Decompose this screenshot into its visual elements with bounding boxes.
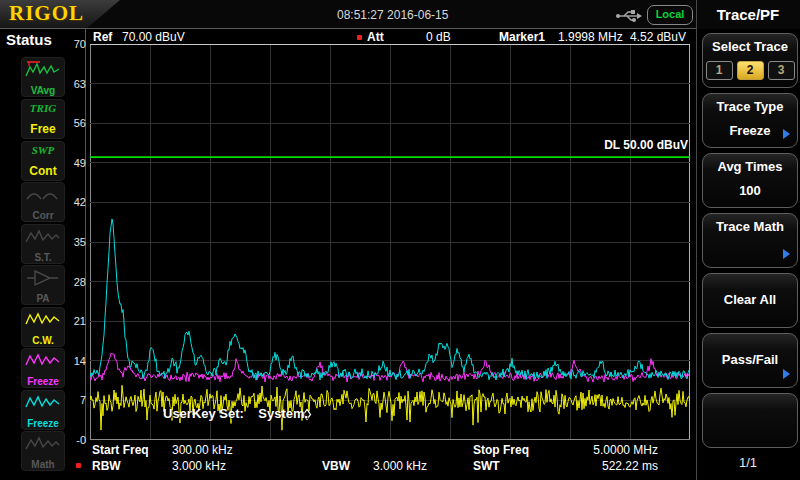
menu-button-label: Clear All bbox=[703, 274, 797, 325]
start-freq-label: Start Freq bbox=[92, 443, 149, 457]
status-item-label: C.W. bbox=[22, 335, 64, 346]
menu-button-label: Select Trace bbox=[703, 39, 797, 54]
menu-button-label: Avg Times bbox=[703, 159, 797, 174]
sweep-time-icon bbox=[24, 227, 62, 249]
rbw-label: RBW bbox=[92, 459, 121, 473]
y-tick-label: 28 bbox=[58, 276, 86, 288]
rbw-active-dot bbox=[76, 463, 81, 468]
menu-button-blank[interactable] bbox=[702, 393, 798, 448]
status-item-label: Corr bbox=[22, 210, 64, 221]
start-freq-value: 300.00 kHz bbox=[172, 443, 233, 457]
trace-select-1[interactable]: 1 bbox=[706, 61, 733, 80]
y-tick-label: 70 bbox=[58, 38, 86, 50]
status-item-label: Freeze bbox=[22, 418, 64, 429]
marker-freq: 1.9998 MHz bbox=[558, 30, 623, 44]
brand-logo: RIGOL bbox=[9, 1, 84, 26]
status-item-label: S.T. bbox=[22, 252, 64, 263]
menu-button-avg-times[interactable]: Avg Times100 bbox=[702, 153, 798, 208]
status-mode-label: TRIG bbox=[22, 102, 64, 114]
menu-button-label: Trace Math bbox=[703, 219, 797, 234]
submenu-arrow-icon bbox=[783, 129, 790, 139]
menu-button-trace-type[interactable]: Trace TypeFreeze bbox=[702, 93, 798, 148]
display-line-label: DL 50.00 dBuV bbox=[560, 138, 688, 152]
y-tick-label: -0 bbox=[58, 434, 86, 446]
y-tick-label: 7 bbox=[58, 394, 86, 406]
top-bar: RIGOL 08:51:27 2016-06-15 Local bbox=[0, 0, 800, 29]
math-waveform-icon bbox=[24, 434, 62, 456]
freeze-waveform-icon bbox=[24, 351, 62, 373]
menu-button-label: Trace Type bbox=[703, 99, 797, 114]
menu-button-select-trace[interactable]: Select Trace123 bbox=[702, 33, 798, 88]
freeze-waveform-icon bbox=[24, 393, 62, 415]
menu-title: Trace/PF bbox=[698, 6, 798, 23]
status-item-label: Math bbox=[22, 459, 64, 470]
marker-ampl: 4.52 dBuV bbox=[630, 30, 686, 44]
swt-label: SWT bbox=[473, 459, 500, 473]
trace-selector: 123 bbox=[703, 61, 797, 80]
menu-button-trace-math[interactable]: Trace Math bbox=[702, 213, 798, 268]
divider-menu bbox=[696, 0, 697, 480]
stop-freq-value: 5.0000 MHz bbox=[563, 443, 658, 457]
menu-page-indicator: 1/1 bbox=[698, 455, 798, 470]
vbw-label: VBW bbox=[322, 459, 350, 473]
divider-top bbox=[0, 28, 697, 29]
menu-button-pass-fail[interactable]: Pass/Fail bbox=[702, 333, 798, 388]
trace-select-3[interactable]: 3 bbox=[768, 61, 795, 80]
clock: 08:51:27 2016-06-15 bbox=[337, 8, 448, 22]
status-item-label: PA bbox=[22, 293, 64, 304]
status-panel-title: Status bbox=[6, 31, 52, 48]
y-tick-label: 21 bbox=[58, 315, 86, 327]
submenu-arrow-icon bbox=[783, 369, 790, 379]
rbw-value: 3.000 kHz bbox=[172, 459, 226, 473]
stop-freq-label: Stop Freq bbox=[473, 443, 529, 457]
analyzer-screen: RIGOL 08:51:27 2016-06-15 Local Status V… bbox=[0, 0, 800, 480]
att-label: Att bbox=[367, 30, 384, 44]
y-tick-label: 14 bbox=[58, 355, 86, 367]
status-item-label: Freeze bbox=[22, 376, 64, 387]
y-tick-label: 56 bbox=[58, 117, 86, 129]
y-tick-label: 49 bbox=[58, 157, 86, 169]
marker-label: Marker1 bbox=[499, 30, 545, 44]
menu-button-clear-all[interactable]: Clear All bbox=[702, 273, 798, 328]
ref-value: 70.00 dBuV bbox=[122, 30, 185, 44]
popup-message: UserKey Set: System. bbox=[163, 406, 308, 421]
swt-value: 522.22 ms bbox=[563, 459, 658, 473]
usb-icon bbox=[615, 9, 642, 23]
att-value: 0 dB bbox=[426, 30, 451, 44]
local-badge: Local bbox=[647, 5, 693, 25]
status-mode-label: SWP bbox=[22, 144, 64, 156]
vbw-value: 3.000 kHz bbox=[355, 459, 427, 473]
correction-icon bbox=[24, 185, 62, 207]
spectrum-chart bbox=[90, 44, 690, 440]
y-tick-label: 35 bbox=[58, 236, 86, 248]
y-tick-label: 42 bbox=[58, 196, 86, 208]
preamp-icon bbox=[24, 268, 62, 290]
avg-waveform-icon bbox=[24, 60, 62, 82]
clear-write-waveform-icon bbox=[24, 310, 62, 332]
att-active-dot bbox=[357, 35, 362, 40]
submenu-arrow-icon bbox=[783, 249, 790, 259]
menu-button-value: 100 bbox=[703, 183, 797, 198]
trace-select-2[interactable]: 2 bbox=[737, 61, 764, 80]
ref-label: Ref bbox=[93, 30, 112, 44]
y-tick-label: 63 bbox=[58, 78, 86, 90]
